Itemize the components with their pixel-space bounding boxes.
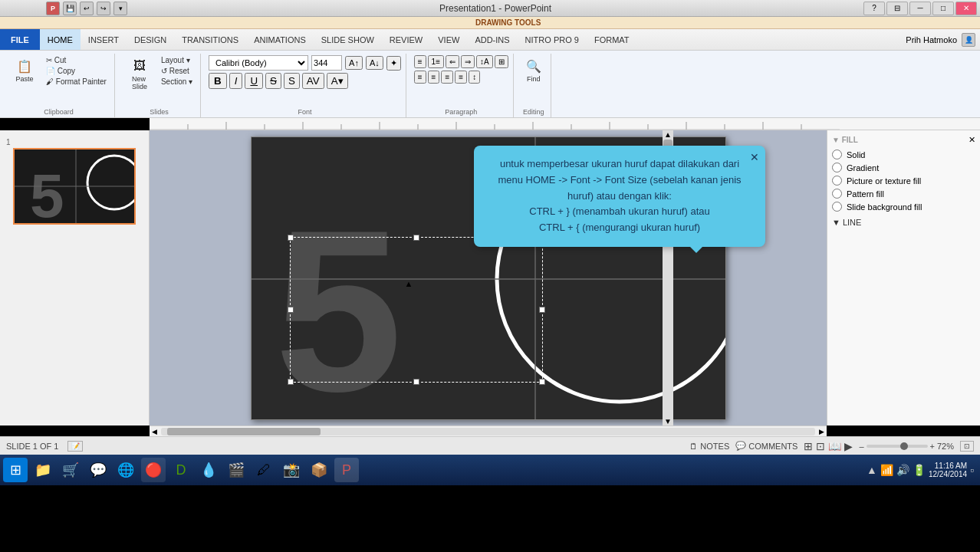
file-explorer-icon[interactable]: 📁 bbox=[31, 458, 55, 482]
columns-button[interactable]: ⊞ bbox=[495, 55, 508, 68]
tab-home[interactable]: HOME bbox=[40, 29, 81, 50]
tab-review[interactable]: REVIEW bbox=[382, 29, 430, 50]
underline-button[interactable]: U bbox=[245, 73, 263, 89]
close-button[interactable]: ✕ bbox=[955, 2, 977, 15]
tray-show-hidden[interactable]: ▲ bbox=[867, 464, 877, 476]
handle-middle-right[interactable] bbox=[539, 307, 545, 313]
messenger-icon[interactable]: 💬 bbox=[86, 458, 110, 482]
aqua-icon[interactable]: 💧 bbox=[196, 458, 221, 482]
handle-middle-left[interactable] bbox=[288, 307, 294, 313]
tab-transitions[interactable]: TRANSITIONS bbox=[174, 29, 246, 50]
ie-icon[interactable]: 🌐 bbox=[113, 458, 138, 482]
notes-icon[interactable]: 📝 bbox=[67, 441, 83, 452]
redo-icon[interactable]: ↪ bbox=[97, 2, 110, 15]
h-scroll-track[interactable] bbox=[161, 428, 815, 435]
help-button[interactable]: ? bbox=[863, 2, 885, 15]
app7-icon[interactable]: 📸 bbox=[279, 458, 304, 482]
new-slide-button[interactable]: 🖼 NewSlide bbox=[123, 55, 156, 92]
undo-icon[interactable]: ↩ bbox=[80, 2, 94, 15]
increase-font-button[interactable]: A↑ bbox=[345, 56, 363, 70]
tray-network[interactable]: 📶 bbox=[880, 464, 893, 476]
decrease-font-button[interactable]: A↓ bbox=[366, 56, 383, 70]
clear-format-button[interactable]: ✦ bbox=[386, 56, 401, 71]
reset-button[interactable]: ↺ Reset bbox=[158, 66, 196, 76]
h-scroll-thumb[interactable] bbox=[167, 428, 321, 435]
font-name-select[interactable]: Calibri (Body) bbox=[209, 55, 308, 71]
font-color-button[interactable]: A▾ bbox=[327, 73, 348, 89]
tab-addins[interactable]: ADD-INS bbox=[467, 29, 517, 50]
cut-button[interactable]: ✂ Cut bbox=[43, 55, 110, 65]
normal-view-button[interactable]: ⊞ bbox=[804, 440, 813, 452]
clock[interactable]: 11:16 AM 12/24/2014 bbox=[929, 462, 967, 478]
right-panel-close[interactable]: ✕ bbox=[968, 135, 975, 145]
minimize-button[interactable]: ─ bbox=[909, 2, 931, 15]
comments-button[interactable]: 💬 COMMENTS bbox=[735, 441, 797, 451]
handle-bottom-left[interactable] bbox=[288, 379, 294, 385]
media-icon[interactable]: 🎬 bbox=[224, 458, 248, 482]
bullets-button[interactable]: ≡ bbox=[414, 55, 426, 68]
align-right-button[interactable]: ≡ bbox=[441, 71, 453, 84]
text-direction-button[interactable]: ↕A bbox=[476, 55, 493, 68]
callout-close-button[interactable]: ✕ bbox=[750, 149, 759, 166]
layout-button[interactable]: Layout ▾ bbox=[158, 55, 196, 65]
align-center-button[interactable]: ≡ bbox=[428, 71, 440, 84]
tab-nitro[interactable]: NITRO PRO 9 bbox=[518, 29, 587, 50]
dreamweaver-icon[interactable]: D bbox=[169, 458, 193, 482]
ppt-taskbar-icon[interactable]: P bbox=[334, 458, 359, 482]
italic-button[interactable]: I bbox=[229, 73, 243, 89]
tab-file[interactable]: FILE bbox=[0, 29, 40, 50]
store-icon[interactable]: 🛒 bbox=[58, 458, 83, 482]
tray-volume[interactable]: 🔊 bbox=[896, 464, 909, 476]
increase-indent-button[interactable]: ⇒ bbox=[461, 55, 475, 68]
shadow-button[interactable]: S bbox=[284, 73, 300, 89]
start-button[interactable]: ⊞ bbox=[3, 458, 28, 482]
pattern-radio[interactable] bbox=[832, 189, 842, 199]
tab-design[interactable]: DESIGN bbox=[127, 29, 174, 50]
section-button[interactable]: Section ▾ bbox=[158, 77, 196, 87]
tray-battery[interactable]: 🔋 bbox=[913, 464, 926, 476]
bold-button[interactable]: B bbox=[209, 73, 227, 89]
font-size-input[interactable] bbox=[311, 55, 342, 71]
copy-button[interactable]: 📄 Copy bbox=[43, 66, 110, 76]
slide-thumbnail[interactable]: 5 bbox=[13, 148, 136, 225]
handle-top-left[interactable] bbox=[288, 235, 294, 241]
picture-radio[interactable] bbox=[832, 176, 842, 186]
scroll-right-button[interactable]: ▶ bbox=[817, 428, 827, 435]
align-left-button[interactable]: ≡ bbox=[414, 71, 426, 84]
slideshow-button[interactable]: ▶ bbox=[844, 440, 853, 452]
tab-view[interactable]: VIEW bbox=[430, 29, 467, 50]
numbering-button[interactable]: 1≡ bbox=[428, 55, 444, 68]
solid-radio[interactable] bbox=[832, 150, 842, 159]
decrease-indent-button[interactable]: ⇐ bbox=[446, 55, 459, 68]
chrome-icon[interactable]: 🔴 bbox=[141, 458, 166, 482]
line-spacing-button[interactable]: ↕ bbox=[469, 71, 480, 84]
background-radio[interactable] bbox=[832, 202, 842, 212]
tab-slideshow[interactable]: SLIDE SHOW bbox=[314, 29, 382, 50]
canvas-area[interactable]: 5 ▲ ✕ untuk bbox=[150, 130, 827, 426]
user-avatar[interactable]: 👤 bbox=[962, 33, 975, 47]
scroll-left-button[interactable]: ◀ bbox=[150, 428, 159, 435]
tab-animations[interactable]: ANIMATIONS bbox=[246, 29, 314, 50]
handle-bottom-right[interactable] bbox=[539, 379, 545, 385]
paste-button[interactable]: 📋 Paste bbox=[8, 55, 41, 84]
zoom-in-button[interactable]: + bbox=[930, 442, 935, 451]
show-desktop-button[interactable]: ▫ bbox=[970, 464, 974, 476]
spacing-button[interactable]: AV bbox=[302, 73, 324, 89]
app8-icon[interactable]: 📦 bbox=[307, 458, 331, 482]
save-icon[interactable]: 💾 bbox=[63, 2, 77, 15]
justify-button[interactable]: ≡ bbox=[455, 71, 467, 84]
scroll-down-button[interactable]: ▼ bbox=[663, 417, 673, 426]
slide-sorter-button[interactable]: ⊡ bbox=[816, 440, 825, 452]
scroll-up-button[interactable]: ▲ bbox=[663, 130, 673, 139]
format-painter-button[interactable]: 🖌 Format Painter bbox=[43, 77, 110, 87]
zoom-out-button[interactable]: – bbox=[859, 442, 863, 451]
find-button[interactable]: 🔍 Find bbox=[521, 55, 546, 84]
app6-icon[interactable]: 🖊 bbox=[252, 458, 276, 482]
strikethrough-button[interactable]: S bbox=[265, 73, 281, 89]
maximize-button[interactable]: □ bbox=[932, 2, 954, 15]
notes-button[interactable]: 🗒 NOTES bbox=[689, 442, 729, 451]
ribbon-toggle-button[interactable]: ⊟ bbox=[886, 2, 908, 15]
tab-insert[interactable]: INSERT bbox=[81, 29, 127, 50]
reading-view-button[interactable]: 📖 bbox=[828, 440, 841, 452]
zoom-slider[interactable] bbox=[867, 445, 928, 448]
